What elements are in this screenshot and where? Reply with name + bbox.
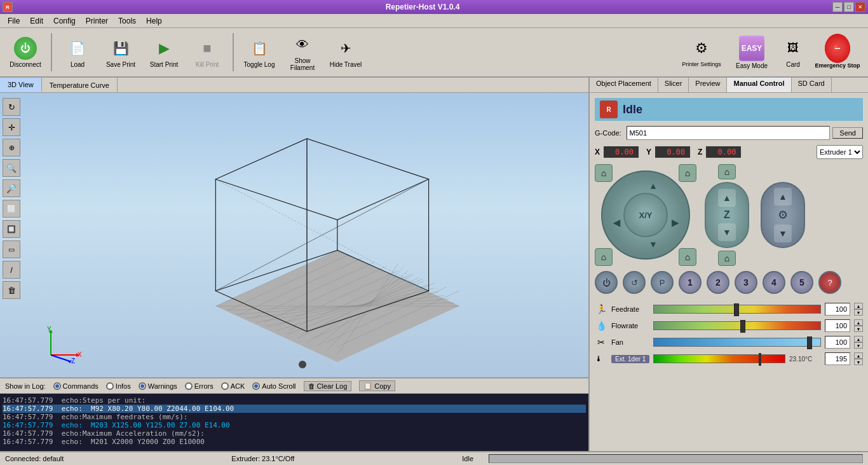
commands-radio[interactable] [53, 382, 61, 390]
hide-travel-button[interactable]: ✈ Hide Travel [325, 30, 366, 74]
feedrate-down[interactable]: ▼ [854, 309, 863, 316]
warnings-radio[interactable] [139, 382, 146, 390]
tab-object-placement[interactable]: Object Placement [590, 78, 658, 92]
extruder-controller: ▲ ⚙ ▼ [757, 164, 808, 266]
status-progress-bar [489, 454, 863, 463]
filter-ack[interactable]: ACK [221, 382, 245, 390]
sd-card-label: Card [786, 61, 800, 68]
refresh-button[interactable]: ↺ [623, 271, 646, 294]
view-mode-button[interactable]: ⬜ [3, 200, 20, 218]
autoscroll-radio[interactable] [252, 382, 260, 390]
delete-button[interactable]: 🗑 [3, 281, 20, 299]
z-home-bottom-button[interactable]: ⌂ [718, 251, 736, 266]
rotate-button[interactable]: ↻ [3, 98, 20, 116]
move-z-plus[interactable]: ▲ [718, 189, 736, 207]
clear-log-button[interactable]: 🗑 Clear Log [304, 381, 352, 391]
maximize-button[interactable]: □ [844, 2, 854, 12]
close-button[interactable]: ✕ [855, 2, 865, 12]
xy-center-button[interactable]: X/Y [623, 193, 668, 237]
move-x-plus[interactable]: ▶ [666, 214, 684, 232]
tab-sd-card[interactable]: SD Card [792, 78, 832, 92]
fan-up[interactable]: ▲ [854, 336, 863, 342]
load-button[interactable]: 📄 Load [57, 30, 98, 74]
printer-settings-button[interactable]: ⚙ Printer Settings [676, 30, 727, 74]
copy-button[interactable]: 📋 Copy [359, 380, 395, 391]
filter-warnings[interactable]: Warnings [139, 382, 177, 390]
infos-radio[interactable] [106, 382, 114, 390]
move-button[interactable]: ✛ [3, 118, 20, 136]
ack-radio[interactable] [221, 382, 229, 390]
menu-printer[interactable]: Printer [81, 15, 113, 27]
menu-help[interactable]: Help [141, 15, 167, 27]
flowrate-track[interactable] [653, 321, 821, 330]
start-print-button[interactable]: ▶ Start Print [144, 30, 184, 74]
extruder-up-button[interactable]: ▲ [774, 188, 792, 205]
move-x-minus[interactable]: ◀ [607, 214, 625, 232]
send-button[interactable]: Send [832, 127, 863, 139]
flowrate-up[interactable]: ▲ [854, 319, 863, 326]
filter-commands[interactable]: Commands [53, 382, 98, 390]
y-home-button[interactable]: ⌂ [679, 164, 696, 182]
fan-track[interactable] [653, 338, 821, 347]
help-button[interactable]: ? [818, 271, 841, 294]
tab-temperature-curve[interactable]: Temperature Curve [42, 78, 118, 92]
feedrate-value[interactable] [825, 303, 850, 316]
extruder-temp-setval[interactable] [825, 352, 850, 365]
menu-tools[interactable]: Tools [113, 15, 141, 27]
flowrate-value[interactable] [825, 319, 850, 332]
fan-down[interactable]: ▼ [854, 342, 863, 349]
show-filament-button[interactable]: 👁 Show Filament [282, 30, 323, 74]
xy-origin-button[interactable]: ⌂ [595, 248, 613, 266]
preset-5-button[interactable]: 5 [790, 271, 813, 294]
fan-icon: ✂ [595, 337, 607, 347]
xy-alt-button[interactable]: ⌂ [679, 248, 696, 266]
extruder-select[interactable]: Extruder 1 Extruder 2 [817, 145, 863, 159]
preset-1-button[interactable]: 1 [679, 271, 702, 294]
menu-edit[interactable]: Edit [25, 15, 48, 27]
menu-config[interactable]: Config [48, 15, 81, 27]
flat-view-button[interactable]: ▭ [3, 240, 20, 258]
zoom-out-button[interactable]: 🔎 [3, 179, 20, 197]
filter-autoscroll[interactable]: Auto Scroll [252, 382, 295, 390]
xy-home-button[interactable]: ⌂ [595, 164, 613, 182]
box-view-button[interactable]: 🔲 [3, 220, 20, 238]
preset-2-button[interactable]: 2 [707, 271, 729, 294]
minimize-button[interactable]: ─ [832, 2, 843, 12]
disconnect-button[interactable]: ⏻ Disconnect [5, 30, 46, 74]
easy-mode-button[interactable]: EASY Easy Mode [729, 30, 774, 74]
extruder-down-button[interactable]: ▼ [774, 225, 792, 242]
filter-errors[interactable]: Errors [185, 382, 214, 390]
feedrate-track[interactable] [653, 305, 821, 314]
z-home-top-button[interactable]: ⌂ [718, 164, 736, 179]
tab-slicer[interactable]: Slicer [658, 78, 689, 92]
tab-manual-control[interactable]: Manual Control [727, 78, 791, 92]
extruder-temp-down[interactable]: ▼ [854, 359, 863, 365]
kill-print-button[interactable]: ■ Kill Print [187, 30, 227, 74]
gcode-input[interactable] [627, 126, 831, 140]
save-print-button[interactable]: 💾 Save Print [100, 30, 141, 74]
preset-4-button[interactable]: 4 [763, 271, 785, 294]
move-y-plus[interactable]: ▲ [644, 177, 662, 195]
emergency-stop-button[interactable]: ⛔ Emergency Stop [812, 30, 863, 74]
pan-button[interactable]: ⊕ [3, 139, 20, 156]
toggle-log-button[interactable]: 📋 Toggle Log [239, 30, 280, 74]
line-button[interactable]: / [3, 261, 20, 279]
menu-file[interactable]: File [3, 15, 25, 27]
sd-card-button[interactable]: 🖼 Card [776, 30, 810, 74]
flowrate-down[interactable]: ▼ [854, 326, 863, 332]
move-z-minus[interactable]: ▼ [718, 223, 736, 241]
filter-infos[interactable]: Infos [106, 382, 131, 390]
zoom-in-button[interactable]: 🔍 [3, 159, 20, 177]
extruder-temp-up[interactable]: ▲ [854, 352, 863, 359]
tab-preview[interactable]: Preview [689, 78, 727, 92]
preset-3-button[interactable]: 3 [735, 271, 757, 294]
park-button[interactable]: P [651, 271, 674, 294]
errors-radio[interactable] [185, 382, 193, 390]
fan-value[interactable] [825, 336, 850, 349]
power-button[interactable]: ⏻ [595, 271, 618, 294]
tab-3d-view[interactable]: 3D View [0, 78, 42, 92]
move-y-minus[interactable]: ▼ [644, 235, 662, 253]
feedrate-up[interactable]: ▲ [854, 303, 863, 309]
hide-travel-label: Hide Travel [330, 61, 362, 68]
disconnect-label: Disconnect [10, 61, 41, 68]
